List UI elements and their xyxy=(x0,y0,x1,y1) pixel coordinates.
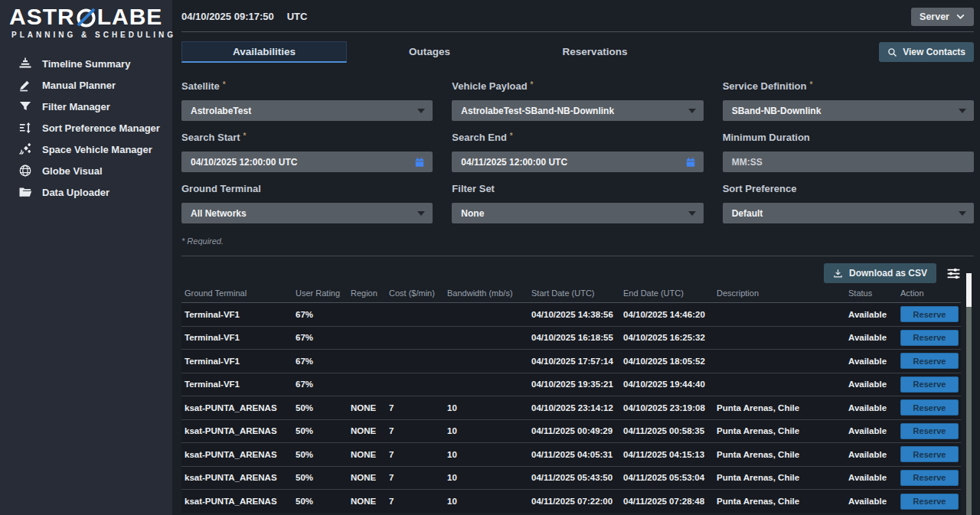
cell-bandwidth: 10 xyxy=(444,443,528,467)
search-start-datetime-input[interactable]: 04/10/2025 12:00:00 UTC xyxy=(181,152,433,172)
cell-description xyxy=(714,326,845,350)
reserve-button[interactable]: Reserve xyxy=(900,470,959,486)
datetime-value: 04/10/2025 09:17:50 xyxy=(181,11,274,22)
cell-ground-terminal: ksat-PUNTA_ARENAS xyxy=(181,466,292,490)
folder-icon xyxy=(18,185,32,199)
sidebar-item-manual-planner[interactable]: Manual Planner xyxy=(0,74,172,96)
sidebar-item-label: Sort Preference Manager xyxy=(42,122,160,134)
cell-bandwidth: 10 xyxy=(444,419,528,443)
cell-cost: 7 xyxy=(386,466,444,490)
cell-status: Available xyxy=(845,466,897,490)
sidebar-item-globe-visual[interactable]: Globe Visual xyxy=(0,160,172,181)
sidebar-item-sort-preference-manager[interactable]: Sort Preference Manager xyxy=(0,117,172,139)
cell-action: Reserve xyxy=(897,303,961,327)
timeline-icon xyxy=(18,57,32,70)
cell-status: Available xyxy=(845,419,897,443)
calendar-icon[interactable] xyxy=(685,157,696,168)
cell-ground-terminal: ksat-PUNTA_ARENAS xyxy=(181,419,292,443)
ground-terminal-select[interactable]: All Networks xyxy=(181,203,433,223)
view-contacts-button[interactable]: View Contacts xyxy=(879,42,974,62)
reserve-button[interactable]: Reserve xyxy=(900,399,959,416)
cell-ground-terminal: ksat-PUNTA_ARENAS xyxy=(181,443,292,467)
astrolabe-globe-icon xyxy=(76,7,96,28)
table-row: Terminal-VF167%04/10/2025 16:18:5504/10/… xyxy=(181,326,961,350)
cell-status: Available xyxy=(845,443,897,467)
search-icon xyxy=(887,47,897,57)
satellite-select[interactable]: AstrolabeTest xyxy=(181,100,433,121)
cell-bandwidth: 10 xyxy=(444,396,528,420)
cell-status: Available xyxy=(845,303,897,327)
search-form: Satellite* AstrolabeTest Vehicle Payload… xyxy=(181,70,974,223)
download-csv-button[interactable]: Download as CSV xyxy=(824,263,936,283)
sidebar-item-space-vehicle-manager[interactable]: Space Vehicle Manager xyxy=(0,139,172,160)
vehicle-payload-select[interactable]: AstrolabeTest-SBand-NB-Downlink xyxy=(452,100,703,121)
cell-action: Reserve xyxy=(897,396,961,420)
tab-availabilities[interactable]: Availabilities xyxy=(181,41,347,63)
cell-cost: 7 xyxy=(386,443,444,467)
reserve-button[interactable]: Reserve xyxy=(900,376,959,393)
sidebar-item-label: Data Uploader xyxy=(42,187,109,198)
scrollbar-thumb[interactable] xyxy=(966,273,972,307)
cell-ground-terminal: ksat-PUNTA_ARENAS xyxy=(181,396,292,420)
cell-action: Reserve xyxy=(897,373,961,396)
table-row: ksat-PUNTA_ARENAS50%NONE71004/11/2025 07… xyxy=(181,490,961,513)
required-asterisk: * xyxy=(809,80,812,89)
cell-action: Reserve xyxy=(897,466,961,490)
cell-description: Punta Arenas, Chile xyxy=(714,466,845,490)
reserve-button[interactable]: Reserve xyxy=(900,330,959,346)
selected-value: SBand-NB-Downlink xyxy=(732,106,822,116)
sidebar-item-timeline-summary[interactable]: Timeline Summary xyxy=(0,53,172,74)
cell-status: Available xyxy=(845,396,897,420)
tab-reservations[interactable]: Reservations xyxy=(512,41,678,63)
sidebar-item-label: Timeline Summary xyxy=(42,58,130,70)
cell-status: Available xyxy=(845,326,897,350)
field-label: Service Definition* xyxy=(723,80,974,92)
field-label: Vehicle Payload* xyxy=(452,80,703,92)
cell-region: NONE xyxy=(348,490,386,513)
cell-end: 04/11/2025 05:53:04 xyxy=(620,466,714,490)
form-field-search-end: Search End* 04/11/2025 12:00:00 UTC xyxy=(452,121,703,172)
calendar-icon[interactable] xyxy=(414,157,425,168)
reserve-button[interactable]: Reserve xyxy=(900,353,959,369)
minimum-duration-input[interactable] xyxy=(723,152,974,172)
column-header-action: Action xyxy=(897,285,961,303)
sort-preference-select[interactable]: Default xyxy=(723,203,974,223)
cell-status: Available xyxy=(845,373,897,396)
reserve-button[interactable]: Reserve xyxy=(900,423,959,439)
service-definition-select[interactable]: SBand-NB-Downlink xyxy=(723,100,974,121)
header-divider xyxy=(181,31,974,32)
selected-value: AstrolabeTest xyxy=(191,106,251,116)
reserve-button[interactable]: Reserve xyxy=(900,446,959,462)
sidebar-item-filter-manager[interactable]: Filter Manager xyxy=(0,96,172,117)
column-header-cost-min-: Cost ($/min) xyxy=(386,285,444,303)
cell-description xyxy=(714,373,845,396)
cell-bandwidth xyxy=(444,326,528,350)
cell-region xyxy=(348,350,386,373)
reserve-button[interactable]: Reserve xyxy=(900,306,959,322)
search-end-datetime-input[interactable]: 04/11/2025 12:00:00 UTC xyxy=(452,152,703,172)
cell-user-rating: 67% xyxy=(292,350,348,373)
column-settings-icon[interactable] xyxy=(946,266,962,282)
cell-start: 04/11/2025 04:05:31 xyxy=(528,443,620,467)
cell-user-rating: 50% xyxy=(292,419,348,443)
sidebar-nav: Timeline Summary Manual Planner Filter M… xyxy=(0,53,172,203)
cell-end: 04/10/2025 16:25:32 xyxy=(620,326,714,350)
filter-set-select[interactable]: None xyxy=(452,203,703,223)
required-asterisk: * xyxy=(243,132,247,140)
cell-action: Reserve xyxy=(897,443,961,467)
reserve-button[interactable]: Reserve xyxy=(900,494,959,510)
table-row: Terminal-VF167%04/10/2025 17:57:1404/10/… xyxy=(181,350,961,373)
logo-text-left: ASTR xyxy=(9,4,75,30)
cell-bandwidth xyxy=(444,303,528,327)
cell-cost xyxy=(386,373,444,396)
sidebar-item-data-uploader[interactable]: Data Uploader xyxy=(0,181,172,203)
tab-outages[interactable]: Outages xyxy=(347,41,512,63)
column-header-user-rating: User Rating xyxy=(292,285,348,303)
server-dropdown-button[interactable]: Server xyxy=(911,8,974,26)
table-scrollbar[interactable] xyxy=(966,273,972,515)
table-row: Terminal-VF167%04/10/2025 19:35:2104/10/… xyxy=(181,373,961,396)
selected-value: Default xyxy=(732,208,763,219)
cell-description: Punta Arenas, Chile xyxy=(714,443,845,467)
dropdown-caret-icon xyxy=(959,109,966,113)
minimum-duration-field[interactable] xyxy=(723,152,974,172)
